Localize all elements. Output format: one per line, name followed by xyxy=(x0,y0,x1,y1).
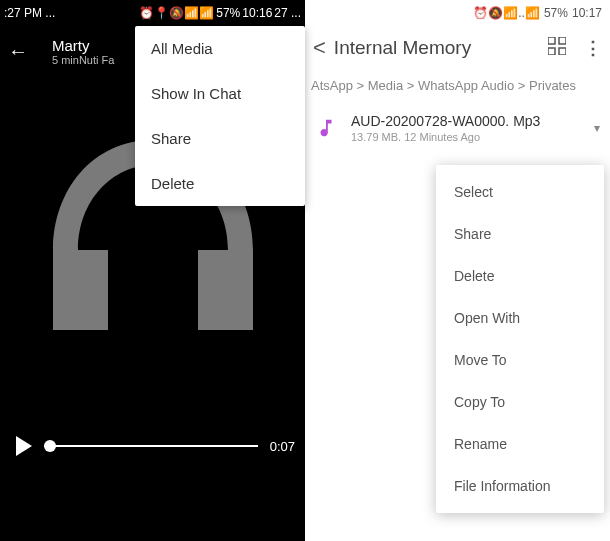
file-row[interactable]: AUD-20200728-WA0000. Mp3 13.79 MB. 12 Mi… xyxy=(305,107,610,149)
grid-view-icon[interactable] xyxy=(548,37,566,59)
status-bar-right: ⏰🔕📶..📶 57% 10:17 xyxy=(305,0,610,26)
play-button-icon[interactable] xyxy=(16,436,32,456)
status-time: :27 PM ... xyxy=(4,6,55,20)
crumb-3[interactable]: WhatsApp Audio xyxy=(418,78,514,93)
crumb-1[interactable]: AtsApp xyxy=(311,78,353,93)
audio-player: 0:07 xyxy=(0,436,305,456)
file-name: AUD-20200728-WA0000. Mp3 xyxy=(351,113,580,129)
svg-rect-1 xyxy=(559,37,566,44)
menu-file-info[interactable]: File Information xyxy=(436,465,604,507)
status-bar-left: :27 PM ... ⏰📍🔕📶📶 57% 10:16 27 ... xyxy=(0,0,305,26)
caret-down-icon[interactable]: ▾ xyxy=(594,121,600,135)
page-title: Internal Memory xyxy=(334,37,548,59)
svg-rect-2 xyxy=(548,48,555,55)
back-arrow-icon[interactable]: ← xyxy=(8,40,28,63)
menu-select[interactable]: Select xyxy=(436,171,604,213)
menu-share-r[interactable]: Share xyxy=(436,213,604,255)
context-menu-left: All Media Show In Chat Share Delete xyxy=(135,26,305,206)
menu-show-in-chat[interactable]: Show In Chat xyxy=(135,71,305,116)
battery-pct-right: 57% xyxy=(544,6,568,20)
svg-rect-0 xyxy=(548,37,555,44)
progress-thumb[interactable] xyxy=(44,440,56,452)
menu-delete[interactable]: Delete xyxy=(135,161,305,206)
file-info: AUD-20200728-WA0000. Mp3 13.79 MB. 12 Mi… xyxy=(351,113,580,143)
status-icons-right: ⏰🔕📶..📶 xyxy=(473,6,540,20)
menu-copy-to[interactable]: Copy To xyxy=(436,381,604,423)
music-note-icon xyxy=(315,117,337,139)
alarm-icon: ⏰📍🔕📶📶 xyxy=(139,6,214,20)
menu-move-to[interactable]: Move To xyxy=(436,339,604,381)
menu-delete-r[interactable]: Delete xyxy=(436,255,604,297)
status-icons: ⏰📍🔕📶📶 57% 10:16 27 ... xyxy=(139,6,301,20)
contact-name: Marty xyxy=(52,37,114,54)
file-meta: 13.79 MB. 12 Minutes Ago xyxy=(351,131,580,143)
whatsapp-media-screen: :27 PM ... ⏰📍🔕📶📶 57% 10:16 27 ... ← Mart… xyxy=(0,0,305,541)
file-manager-header: < Internal Memory ⋮ xyxy=(305,26,610,70)
crumb-sep: > xyxy=(518,78,529,93)
header-info: Marty 5 minNuti Fa xyxy=(52,37,114,66)
status-extra: 27 ... xyxy=(274,6,301,20)
status-clock: 10:16 xyxy=(242,6,272,20)
duration-label: 0:07 xyxy=(270,439,295,454)
menu-share[interactable]: Share xyxy=(135,116,305,161)
context-menu-right: Select Share Delete Open With Move To Co… xyxy=(436,165,604,513)
svg-rect-3 xyxy=(559,48,566,55)
timestamp-subtitle: 5 minNuti Fa xyxy=(52,54,114,66)
menu-rename[interactable]: Rename xyxy=(436,423,604,465)
crumb-sep: > xyxy=(357,78,368,93)
back-chevron-icon[interactable]: < xyxy=(313,35,326,61)
battery-pct: 57% xyxy=(216,6,240,20)
menu-all-media[interactable]: All Media xyxy=(135,26,305,71)
progress-slider[interactable] xyxy=(44,445,258,447)
file-manager-screen: ⏰🔕📶..📶 57% 10:17 < Internal Memory ⋮ Ats… xyxy=(305,0,610,541)
crumb-2[interactable]: Media xyxy=(368,78,403,93)
status-clock-right: 10:17 xyxy=(572,6,602,20)
crumb-4[interactable]: Privates xyxy=(529,78,576,93)
crumb-sep: > xyxy=(407,78,418,93)
more-vert-icon[interactable]: ⋮ xyxy=(584,37,602,59)
breadcrumb[interactable]: AtsApp > Media > WhatsApp Audio > Privat… xyxy=(305,70,610,107)
menu-open-with[interactable]: Open With xyxy=(436,297,604,339)
